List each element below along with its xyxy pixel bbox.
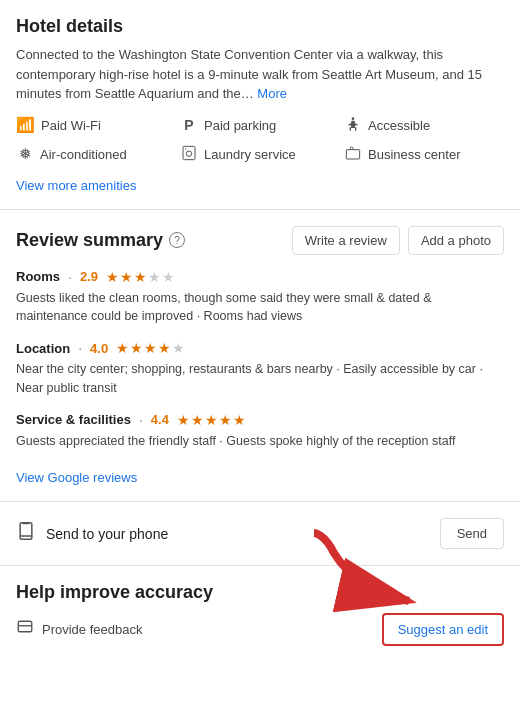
review-buttons: Write a review Add a photo [292,226,504,255]
send-left: Send to your phone [16,521,168,546]
help-icon[interactable]: ? [169,232,185,248]
ac-icon: ❅ [16,145,34,163]
amenity-wifi: 📶 Paid Wi-Fi [16,116,176,135]
amenities-grid: 📶 Paid Wi-Fi P Paid parking Accessible ❅… [16,116,504,164]
amenity-business: Business center [344,145,504,164]
location-stars: ★ ★ ★ ★ ★ [116,340,185,356]
help-accuracy-section: Help improve accuracy Provide feedback S… [0,566,520,662]
amenity-parking: P Paid parking [180,116,340,135]
review-title-area: Review summary ? [16,230,185,251]
svg-rect-4 [346,149,359,158]
service-stars: ★ ★ ★ ★ ★ [177,412,246,428]
svg-rect-5 [20,523,32,540]
amenity-laundry: Laundry service [180,145,340,164]
svg-point-2 [186,151,191,156]
location-header: Location · 4.0 ★ ★ ★ ★ ★ [16,340,504,356]
accessible-icon [344,116,362,135]
rooms-header: Rooms · 2.9 ★ ★ ★ ★ ★ [16,269,504,285]
hotel-details-section: Hotel details Connected to the Washingto… [0,0,520,210]
svg-rect-8 [18,621,32,632]
amenity-accessible: Accessible [344,116,504,135]
suggest-edit-button[interactable]: Suggest an edit [382,613,504,646]
review-category-location: Location · 4.0 ★ ★ ★ ★ ★ Near the city c… [16,340,504,398]
rooms-stars: ★ ★ ★ ★ ★ [106,269,175,285]
svg-rect-1 [183,146,195,159]
business-icon [344,145,362,164]
feedback-left: Provide feedback [16,619,142,641]
laundry-icon [180,145,198,164]
review-category-service: Service & facilities · 4.4 ★ ★ ★ ★ ★ Gue… [16,412,504,451]
service-header: Service & facilities · 4.4 ★ ★ ★ ★ ★ [16,412,504,428]
hotel-details-title: Hotel details [16,16,504,37]
amenity-ac: ❅ Air-conditioned [16,145,176,164]
review-category-rooms: Rooms · 2.9 ★ ★ ★ ★ ★ Guests liked the c… [16,269,504,327]
phone-send-icon [16,521,36,546]
review-summary-title: Review summary [16,230,163,251]
wifi-icon: 📶 [16,116,35,134]
send-to-phone-section: Send to your phone Send [0,502,520,566]
review-summary-section: Review summary ? Write a review Add a ph… [0,210,520,503]
hotel-description: Connected to the Washington State Conven… [16,45,504,104]
parking-icon: P [180,117,198,133]
help-bottom: Provide feedback Suggest an edit [16,613,504,646]
view-google-reviews-link[interactable]: View Google reviews [16,470,137,485]
write-review-button[interactable]: Write a review [292,226,400,255]
feedback-icon [16,619,34,641]
send-button[interactable]: Send [440,518,504,549]
add-photo-button[interactable]: Add a photo [408,226,504,255]
view-more-amenities-link[interactable]: View more amenities [16,178,136,193]
svg-point-0 [352,117,355,120]
help-accuracy-title: Help improve accuracy [16,582,504,603]
review-header: Review summary ? Write a review Add a ph… [16,226,504,255]
more-link[interactable]: More [257,86,287,101]
